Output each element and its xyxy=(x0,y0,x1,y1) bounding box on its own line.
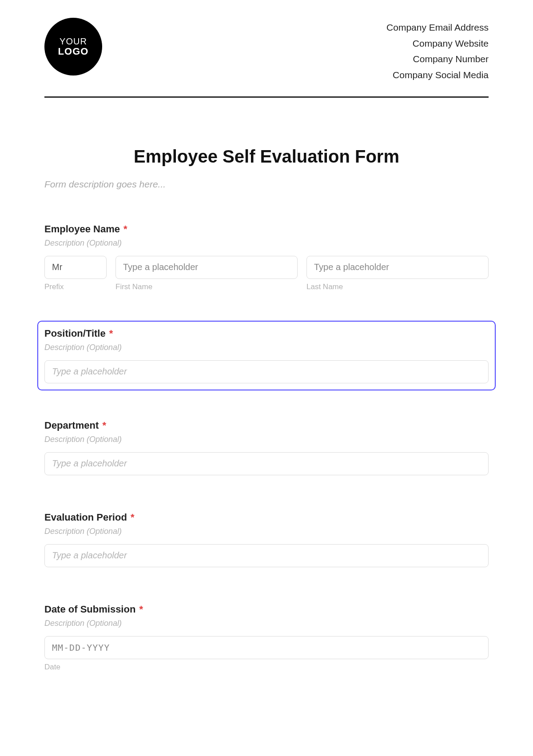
label-text-employee-name: Employee Name xyxy=(44,223,120,235)
field-position-title[interactable]: Position/Title * Description (Optional) xyxy=(37,321,496,390)
label-date-of-submission: Date of Submission * xyxy=(44,604,489,615)
required-mark: * xyxy=(109,328,113,339)
last-name-input[interactable] xyxy=(306,256,489,279)
date-of-submission-input[interactable] xyxy=(44,636,489,659)
page-header: YOUR LOGO Company Email Address Company … xyxy=(44,18,489,96)
form-page: YOUR LOGO Company Email Address Company … xyxy=(0,0,533,736)
field-department[interactable]: Department * Description (Optional) xyxy=(37,413,496,482)
employee-name-row: Prefix First Name Last Name xyxy=(44,256,489,291)
field-date-of-submission[interactable]: Date of Submission * Description (Option… xyxy=(37,597,496,679)
label-text-position: Position/Title xyxy=(44,328,106,339)
desc-evaluation-period[interactable]: Description (Optional) xyxy=(44,527,489,536)
label-text-department: Department xyxy=(44,420,99,431)
required-mark: * xyxy=(102,420,106,431)
field-employee-name[interactable]: Employee Name * Description (Optional) P… xyxy=(37,216,496,298)
company-email-line: Company Email Address xyxy=(386,20,489,36)
prefix-column: Prefix xyxy=(44,256,107,291)
logo-text-line1: YOUR xyxy=(60,36,87,46)
date-sublabel: Date xyxy=(44,663,489,672)
first-name-sublabel: First Name xyxy=(115,283,298,291)
prefix-input[interactable] xyxy=(44,256,107,279)
required-mark: * xyxy=(123,223,127,235)
label-department: Department * xyxy=(44,420,489,431)
last-name-column: Last Name xyxy=(306,256,489,291)
logo-text-line2: LOGO xyxy=(58,46,89,57)
first-name-column: First Name xyxy=(115,256,298,291)
label-text-evaluation-period: Evaluation Period xyxy=(44,512,127,523)
required-mark: * xyxy=(139,604,143,615)
company-number-line: Company Number xyxy=(386,51,489,67)
evaluation-period-input[interactable] xyxy=(44,544,489,567)
last-name-sublabel: Last Name xyxy=(306,283,489,291)
desc-date-of-submission[interactable]: Description (Optional) xyxy=(44,619,489,628)
label-employee-name: Employee Name * xyxy=(44,223,489,235)
header-divider xyxy=(44,96,489,98)
company-social-line: Company Social Media xyxy=(386,67,489,83)
desc-department[interactable]: Description (Optional) xyxy=(44,435,489,444)
prefix-sublabel: Prefix xyxy=(44,283,107,291)
first-name-input[interactable] xyxy=(115,256,298,279)
logo-placeholder: YOUR LOGO xyxy=(44,18,102,76)
company-website-line: Company Website xyxy=(386,36,489,52)
desc-employee-name[interactable]: Description (Optional) xyxy=(44,239,489,248)
label-evaluation-period: Evaluation Period * xyxy=(44,512,489,523)
required-mark: * xyxy=(131,512,135,523)
label-position-title: Position/Title * xyxy=(44,328,489,339)
department-input[interactable] xyxy=(44,452,489,475)
label-text-date-of-submission: Date of Submission xyxy=(44,604,135,615)
field-evaluation-period[interactable]: Evaluation Period * Description (Optiona… xyxy=(37,505,496,574)
position-title-input[interactable] xyxy=(44,360,489,383)
form-description[interactable]: Form description goes here... xyxy=(44,179,489,190)
desc-position-title[interactable]: Description (Optional) xyxy=(44,343,489,352)
company-info-block: Company Email Address Company Website Co… xyxy=(386,18,489,83)
form-title: Employee Self Evaluation Form xyxy=(44,147,489,167)
